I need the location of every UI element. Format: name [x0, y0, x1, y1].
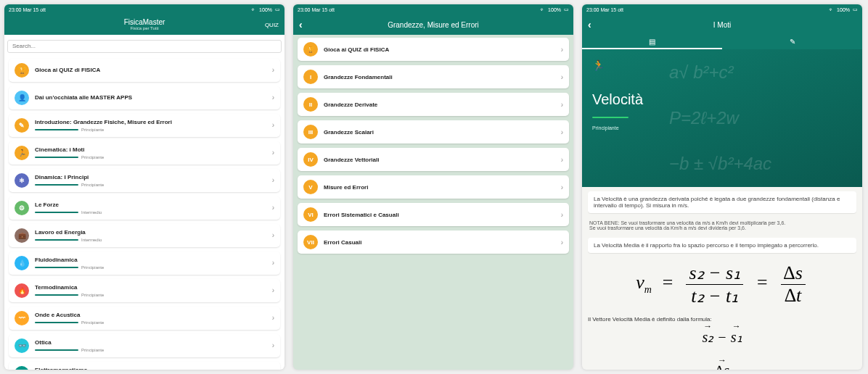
lesson-title: Misure ed Errori	[324, 184, 555, 191]
chevron-right-icon: ›	[561, 211, 563, 219]
chevron-right-icon: ›	[272, 231, 274, 239]
topic-row[interactable]: ΩElettromagnetismoIntermedio›	[9, 362, 280, 370]
lesson-index-icon: I	[303, 70, 318, 84]
status-time: 23:00 Mar 15 ott	[298, 7, 335, 12]
topic-icon: Ω	[15, 366, 29, 370]
app-subtitle: Fisica per Tutti	[124, 26, 165, 31]
lesson-row[interactable]: IIGrandezze Derivate›	[298, 93, 569, 116]
topic-title: Elettromagnetismo	[35, 367, 266, 370]
lesson-list[interactable]: 🏆Gioca ai QUIZ di FISICA›IGrandezze Fond…	[293, 35, 573, 370]
back-button[interactable]: ‹	[588, 19, 591, 30]
lesson-row[interactable]: IIIGrandezze Scalari›	[298, 120, 569, 144]
battery-text: 100%	[837, 7, 850, 12]
topic-row[interactable]: 🏃Cinematica: i MotiPrincipiante›	[9, 141, 280, 165]
chapter-title: Grandezze, Misure ed Errori	[388, 21, 479, 29]
chevron-right-icon: ›	[561, 46, 563, 54]
chevron-right-icon: ›	[272, 369, 274, 370]
formula-mean-velocity: vm = s₂ − s₁ t₂ − t₁ = ∆s ∆t	[588, 257, 856, 315]
chevron-right-icon: ›	[561, 238, 563, 246]
tab-exercises[interactable]: ✎	[722, 35, 862, 49]
level-label: Principiante	[81, 155, 104, 159]
chevron-right-icon: ›	[561, 128, 563, 136]
topic-row[interactable]: 🔥TermodinamicaPrincipiante›	[9, 279, 280, 302]
lesson-row[interactable]: IGrandezze Fondamentali›	[298, 65, 569, 88]
lesson-title: Gioca ai QUIZ di FISICA	[324, 46, 555, 53]
level-label: Principiante	[81, 320, 104, 325]
battery-text: 100%	[548, 7, 561, 12]
level-label: Intermedio	[81, 210, 102, 215]
topic-title: Fluidodinamica	[35, 257, 266, 263]
lesson-row[interactable]: 🏆Gioca ai QUIZ di FISICA›	[298, 38, 569, 61]
topic-icon: 💧	[15, 256, 29, 270]
lesson-row[interactable]: IVGrandezze Vettoriali›	[298, 148, 569, 171]
chevron-right-icon: ›	[272, 149, 274, 157]
screen-home: 23:00 Mar 15 ott ᯤ 100% ▭ FisicaMaster F…	[4, 4, 284, 370]
lesson-title: Grandezze Scalari	[324, 129, 555, 136]
back-button[interactable]: ‹	[299, 19, 303, 30]
navbar-chapter: ‹ Grandezze, Misure ed Errori	[293, 14, 573, 35]
topic-row[interactable]: 👓OtticaPrincipiante›	[9, 334, 280, 357]
progress-bar	[35, 239, 78, 241]
topic-title: Gioca ai QUIZ di FISICA	[35, 67, 266, 73]
lesson-title: Errori Sistematici e Casuali	[324, 212, 555, 218]
topic-list[interactable]: 🏆Gioca ai QUIZ di FISICA›👤Dai un'occhiat…	[4, 56, 284, 370]
lesson-title: Errori Casuali	[324, 239, 555, 246]
topic-row[interactable]: ✎Introduzione: Grandezze Fisiche, Misure…	[9, 114, 280, 137]
progress-bar	[35, 157, 78, 158]
status-bar: 23:00 Mar 15 ott ᯤ 100% ▭	[582, 4, 862, 14]
lesson-index-icon: VII	[303, 235, 318, 249]
progress-bar	[35, 267, 78, 268]
topic-icon: 👓	[15, 338, 29, 353]
lesson-index-icon: V	[303, 180, 318, 194]
lesson-content[interactable]: La Velocità è una grandezza derivata poi…	[582, 187, 862, 370]
topic-icon: ⚙	[15, 201, 29, 215]
chevron-right-icon: ›	[272, 204, 274, 212]
lesson-title: Grandezze Fondamentali	[324, 74, 555, 80]
runner-icon: 🏃	[592, 59, 852, 71]
topic-title: Onde e Acustica	[35, 312, 266, 318]
para-4: Il Vettore Velocità Media è definito dal…	[588, 315, 856, 327]
level-label: Intermedio	[81, 238, 102, 242]
status-time: 23:00 Mar 15 ott	[9, 7, 46, 12]
chevron-right-icon: ›	[272, 341, 274, 349]
lesson-row[interactable]: VIErrori Sistematici e Casuali›	[298, 203, 569, 226]
topic-title: Lavoro ed Energia	[35, 229, 266, 236]
topic-title: Termodinamica	[35, 284, 266, 291]
topic-row[interactable]: 〰Onde e AcusticaPrincipiante›	[9, 307, 280, 330]
level-label: Principiante	[81, 183, 104, 187]
topic-title: Le Forze	[35, 201, 266, 208]
formula-vector-velocity: s₂ − s₁ ∆s	[588, 327, 856, 370]
lesson-row[interactable]: VIIErrori Casuali›	[298, 230, 569, 254]
lesson-index-icon: VI	[303, 207, 318, 222]
topic-row[interactable]: ⚛Dinamica: I PrincipiPrincipiante›	[9, 169, 280, 192]
topic-row[interactable]: 💼Lavoro ed EnergiaIntermedio›	[9, 224, 280, 247]
lesson-row[interactable]: VMisure ed Errori›	[298, 175, 569, 199]
lesson-index-icon: 🏆	[303, 42, 318, 57]
topic-title: Dinamica: I Principi	[35, 174, 266, 180]
topic-row[interactable]: 💧FluidodinamicaPrincipiante›	[9, 252, 280, 275]
topic-icon: 〰	[15, 311, 29, 325]
lesson-index-icon: III	[303, 125, 318, 139]
chevron-right-icon: ›	[272, 314, 274, 322]
lesson-index-icon: II	[303, 97, 318, 112]
topic-row[interactable]: 🏆Gioca ai QUIZ di FISICA›	[9, 59, 280, 82]
progress-bar	[35, 349, 78, 351]
topic-title: Ottica	[35, 339, 266, 346]
wifi-icon: ᯤ	[251, 7, 256, 12]
level-label: Principiante	[81, 293, 104, 297]
tab-theory[interactable]: ▤	[582, 35, 722, 49]
navbar-home: FisicaMaster Fisica per Tutti QUIZ	[4, 14, 284, 35]
topic-title: Introduzione: Grandezze Fisiche, Misure …	[35, 119, 266, 125]
battery-icon: ▭	[275, 7, 280, 12]
progress-bar	[35, 129, 78, 130]
topic-icon: ✎	[15, 118, 29, 133]
lesson-nav-title: I Moti	[713, 21, 731, 29]
screen-lesson: 23:00 Mar 15 ott ᯤ 100% ▭ ‹ I Moti ▤ ✎ a…	[582, 4, 862, 370]
battery-icon: ▭	[853, 7, 858, 12]
chevron-right-icon: ›	[272, 121, 274, 129]
topic-row[interactable]: ⚙Le ForzeIntermedio›	[9, 196, 280, 220]
topic-row[interactable]: 👤Dai un'occhiata alle MASTER APPS›	[9, 86, 280, 109]
progress-bar	[35, 294, 78, 296]
quiz-button[interactable]: QUIZ	[265, 22, 279, 28]
search-input[interactable]	[7, 40, 282, 53]
